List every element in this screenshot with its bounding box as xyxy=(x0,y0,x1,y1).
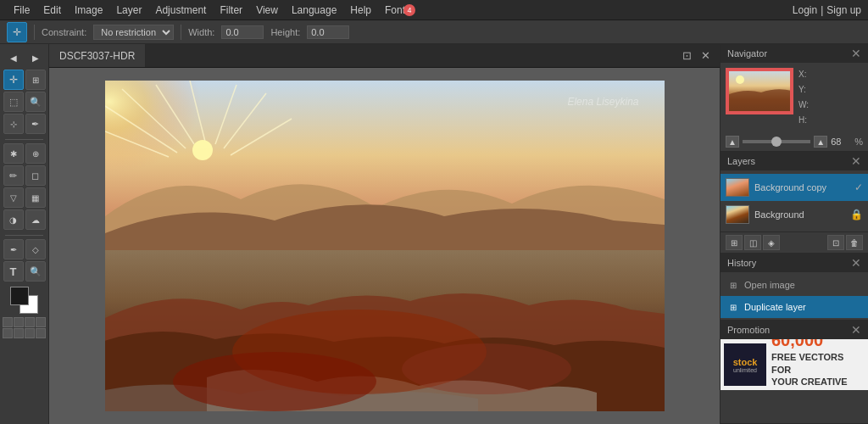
svg-point-10 xyxy=(192,140,213,160)
layer-thumb-bg-copy xyxy=(726,178,749,197)
navigator-thumbnail xyxy=(726,68,793,114)
grid-cell-6[interactable] xyxy=(14,328,24,338)
menu-image[interactable]: Image xyxy=(68,0,109,20)
menu-file[interactable]: File xyxy=(7,0,36,20)
menu-font[interactable]: Font4 xyxy=(378,0,422,20)
menu-filter[interactable]: Filter xyxy=(213,0,249,20)
grid-selector[interactable] xyxy=(3,317,46,338)
dodge-btn[interactable]: ◑ xyxy=(3,209,24,230)
canvas-viewport[interactable]: Elena Liseykina xyxy=(49,68,720,424)
navigator-zoom-row: ▲ ▲ 68 % xyxy=(721,132,868,151)
zoom-btn[interactable]: 🔍 xyxy=(25,92,46,112)
smudge-btn[interactable]: ☁ xyxy=(25,209,46,230)
shape-btn[interactable]: ◇ xyxy=(25,239,46,259)
history-item-duplicate[interactable]: ⊞ Duplicate layer xyxy=(721,296,868,318)
main-area: ◀ ▶ ✛ ⊞ ⬚ 🔍 ⊹ ✒ ✱ ⊕ ✏ ◻ ▽ xyxy=(0,44,868,424)
layers-section: Layers ✕ Background copy ✓ Background 🔒 xyxy=(721,152,868,254)
gradient-btn[interactable]: ▦ xyxy=(25,187,46,208)
new-layer-btn[interactable]: ◫ xyxy=(744,235,761,250)
history-icon-2: ⊞ xyxy=(727,301,739,313)
promo-logo-text: stock xyxy=(733,357,758,367)
pen-btn[interactable]: ✒ xyxy=(3,239,24,259)
zoom-in-btn[interactable]: ▲ xyxy=(814,136,827,148)
grid-cell-4[interactable] xyxy=(36,317,46,327)
zoom-pct: % xyxy=(854,137,863,147)
menu-language[interactable]: Language xyxy=(285,0,343,20)
move-tool[interactable]: ✛ xyxy=(7,22,27,42)
width-input[interactable] xyxy=(221,25,264,39)
menu-layer[interactable]: Layer xyxy=(109,0,148,20)
grid-cell-8[interactable] xyxy=(36,328,46,338)
fill-btn[interactable]: ▽ xyxy=(3,187,24,208)
canvas-tab[interactable]: DSCF3037-HDR xyxy=(49,44,146,67)
canvas-tab-title: DSCF3037-HDR xyxy=(59,50,135,62)
zoom-value: 68 xyxy=(831,137,851,147)
left-toolbar: ◀ ▶ ✛ ⊞ ⬚ 🔍 ⊹ ✒ ✱ ⊕ ✏ ◻ ▽ xyxy=(0,44,49,424)
toolbar-bar: ✛ Constraint: No restriction Width: Heig… xyxy=(0,20,868,44)
fullscreen-icon[interactable]: ⊡ xyxy=(679,48,694,64)
navigator-close[interactable]: ✕ xyxy=(851,47,861,60)
new-fill-btn[interactable]: ◈ xyxy=(763,235,780,250)
layer-lock-icon[interactable]: 🔒 xyxy=(850,209,863,220)
history-item-open[interactable]: ⊞ Open image xyxy=(721,274,868,296)
grid-cell-7[interactable] xyxy=(25,328,35,338)
foreground-color[interactable] xyxy=(10,287,29,305)
menu-adjustment[interactable]: Adjustment xyxy=(148,0,213,20)
brush-btn[interactable]: ✏ xyxy=(3,165,24,186)
clone-btn[interactable]: ⊕ xyxy=(25,143,46,164)
menu-edit[interactable]: Edit xyxy=(36,0,68,20)
promotion-content[interactable]: stock unlimited 60,000 FREE VECTORS FOR … xyxy=(721,339,868,390)
layer-thumb-bg xyxy=(726,205,749,224)
nav-left[interactable]: ◀ xyxy=(3,47,24,68)
grid-cell-3[interactable] xyxy=(25,317,35,327)
eyedropper-btn[interactable]: ✒ xyxy=(25,114,46,134)
grid-cell-5[interactable] xyxy=(3,328,13,338)
layer-item-bg-copy[interactable]: Background copy ✓ xyxy=(721,174,868,201)
font-badge: 4 xyxy=(403,4,415,16)
navigator-content: X: Y: W: H: xyxy=(721,63,868,132)
height-label: Height: xyxy=(270,27,300,37)
eraser-btn[interactable]: ◻ xyxy=(25,165,46,186)
history-label-duplicate: Duplicate layer xyxy=(744,302,806,312)
history-content: ⊞ Open image ⊞ Duplicate layer xyxy=(721,272,868,320)
promotion-header: Promotion ✕ xyxy=(721,321,868,339)
layers-close[interactable]: ✕ xyxy=(851,154,861,168)
signup-link[interactable]: Sign up xyxy=(826,4,861,16)
zoom3-btn[interactable]: 🔍 xyxy=(25,261,46,282)
menu-bar: File Edit Image Layer Adjustment Filter … xyxy=(0,0,868,20)
watermark: Elena Liseykina xyxy=(567,96,638,108)
heal-btn[interactable]: ✱ xyxy=(3,143,24,164)
right-panel: Navigator ✕ xyxy=(720,44,868,424)
history-title: History xyxy=(727,258,756,268)
menu-view[interactable]: View xyxy=(249,0,285,20)
canvas-area: DSCF3037-HDR ⊡ ✕ xyxy=(49,44,720,424)
layer-name-bg-copy: Background copy xyxy=(754,182,849,192)
merge-btn[interactable]: ⊡ xyxy=(827,235,844,250)
grid-cell-2[interactable] xyxy=(14,317,24,327)
select-rect-btn[interactable]: ⬚ xyxy=(3,92,24,112)
constraint-select[interactable]: No restriction xyxy=(93,25,174,40)
menu-help[interactable]: Help xyxy=(343,0,378,20)
close-tab-icon[interactable]: ✕ xyxy=(698,48,713,64)
artboard-tool-btn[interactable]: ⊞ xyxy=(25,70,46,90)
layers-title: Layers xyxy=(727,156,755,166)
layer-visibility-icon-1[interactable]: ✓ xyxy=(854,181,863,193)
layer-item-bg[interactable]: Background 🔒 xyxy=(721,201,868,228)
crop-btn[interactable]: ⊹ xyxy=(3,114,24,134)
nav-right[interactable]: ▶ xyxy=(25,47,46,68)
text-btn[interactable]: T xyxy=(3,261,24,282)
zoom-out-btn[interactable]: ▲ xyxy=(726,136,739,148)
promotion-close[interactable]: ✕ xyxy=(851,323,861,337)
zoom-slider[interactable] xyxy=(743,140,810,143)
login-link[interactable]: Login xyxy=(793,4,817,16)
grid-cell-1[interactable] xyxy=(3,317,13,327)
history-close[interactable]: ✕ xyxy=(851,256,861,270)
height-input[interactable] xyxy=(307,25,349,39)
new-group-btn[interactable]: ⊞ xyxy=(726,235,743,250)
toolbar-separator xyxy=(34,25,35,40)
move-tool-btn[interactable]: ✛ xyxy=(3,70,24,90)
nav-coords: X: Y: W: H: xyxy=(798,68,809,127)
promotion-title: Promotion xyxy=(727,325,770,335)
delete-layer-btn[interactable]: 🗑 xyxy=(846,235,863,250)
history-label-open: Open image xyxy=(744,280,795,290)
